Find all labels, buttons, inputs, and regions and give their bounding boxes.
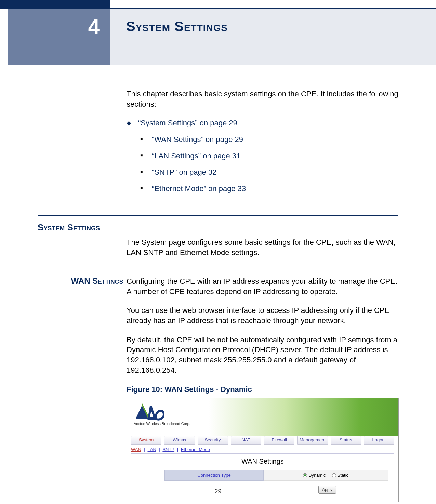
row-value: Dynamic Static (264, 470, 388, 481)
radio-label: Dynamic (308, 472, 326, 478)
toc-l2-item: “WAN Settings” on page 29 (140, 135, 398, 144)
tab-security[interactable]: Security (198, 436, 228, 445)
radio-dynamic[interactable]: Dynamic (303, 472, 326, 478)
subnav-sntp[interactable]: SNTP (162, 447, 174, 452)
para: By default, the CPE will be not be autom… (127, 335, 398, 375)
subnav-ethernet-mode[interactable]: Ethernet Mode (181, 447, 210, 452)
chapter-number: 4 (88, 15, 100, 38)
chapter-title: System Settings (126, 19, 436, 34)
connection-type-row: Connection Type Dynamic Static (164, 470, 388, 481)
subnav-lan[interactable]: LAN (147, 447, 156, 452)
logo-mark-icon (134, 403, 164, 421)
toc-l1-item: “System Settings” on page 29 “WAN Settin… (127, 119, 398, 193)
tab-firewall[interactable]: Firewall (264, 436, 294, 445)
toc-l2-item: “SNTP” on page 32 (140, 168, 398, 177)
vendor-logo: Accton Wireless Broadband Corp. (134, 403, 190, 426)
subnav-wan[interactable]: WAN (131, 447, 141, 452)
tab-logout[interactable]: Logout (364, 436, 394, 445)
logo-text: Accton Wireless Broadband Corp. (134, 421, 190, 426)
toc-sublist: “WAN Settings” on page 29 “LAN Settings”… (140, 135, 398, 193)
radio-dot-icon (303, 473, 307, 477)
toc-l2-item: “Ethernet Mode” on page 33 (140, 184, 398, 193)
embedded-screenshot: Accton Wireless Broadband Corp. System W… (127, 398, 399, 502)
radio-label: Static (338, 472, 349, 478)
radio-static[interactable]: Static (332, 472, 349, 478)
subsection-heading: WAN Settings (58, 276, 123, 286)
toc-list: “System Settings” on page 29 “WAN Settin… (127, 119, 398, 193)
para: Configuring the CPE with an IP address e… (127, 276, 398, 296)
figure-caption: Figure 10: WAN Settings - Dynamic (127, 384, 398, 395)
radio-dot-icon (332, 473, 336, 477)
xref-link[interactable]: “Ethernet Mode” on page 33 (152, 184, 246, 193)
subsection-body: Configuring the CPE with an IP address e… (127, 276, 398, 502)
subnav-sep: | (177, 447, 180, 452)
shot-header-gradient (209, 398, 398, 436)
shot-header: Accton Wireless Broadband Corp. (127, 398, 398, 436)
xref-link[interactable]: “System Settings” on page 29 (138, 119, 237, 127)
subnav-sep: | (144, 447, 146, 452)
intro-block: This chapter describes basic system sett… (127, 89, 398, 201)
page-number: – 29 – (0, 488, 436, 495)
tab-bar: System Wimax Security NAT Firewall Manag… (131, 436, 394, 445)
tab-status[interactable]: Status (331, 436, 361, 445)
toc-l2-item: “LAN Settings” on page 31 (140, 151, 398, 160)
para: You can use the web browser interface to… (127, 305, 398, 326)
section-heading: System Settings (38, 222, 100, 233)
tab-management[interactable]: Management (297, 436, 328, 445)
tab-nat[interactable]: NAT (231, 436, 261, 445)
sub-nav: WAN | LAN | SNTP | Ethernet Mode (131, 446, 394, 454)
row-label: Connection Type (164, 470, 264, 481)
xref-link[interactable]: “WAN Settings” on page 29 (152, 135, 243, 144)
chapter-title-band: System Settings (110, 9, 436, 65)
panel-title: WAN Settings (127, 457, 398, 466)
xref-link[interactable]: “SNTP” on page 32 (152, 168, 217, 176)
subnav-sep: | (159, 447, 161, 452)
xref-link[interactable]: “LAN Settings” on page 31 (152, 151, 240, 160)
tab-system[interactable]: System (131, 436, 161, 445)
intro-text: This chapter describes basic system sett… (127, 89, 398, 109)
section-rule (38, 215, 398, 216)
chapter-number-tab: 4 (8, 9, 110, 65)
tab-wimax[interactable]: Wimax (164, 436, 195, 445)
top-navy-strip (0, 0, 110, 9)
section-body: The System page configures some basic se… (127, 237, 398, 257)
